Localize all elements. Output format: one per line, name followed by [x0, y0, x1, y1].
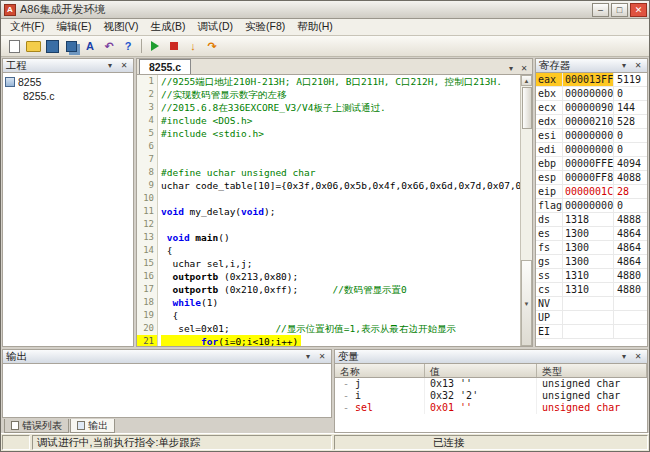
register-row[interactable]: eip0000001C28 — [536, 185, 647, 199]
line-number[interactable]: 17 — [137, 283, 157, 296]
line-number[interactable]: 3 — [137, 101, 157, 114]
pin-icon[interactable]: ▾ — [302, 351, 314, 362]
menu-item[interactable]: 编辑(E) — [50, 18, 97, 36]
code-line[interactable] — [161, 140, 520, 153]
editor-code[interactable]: //9255端口地址210H-213H; A口210H, B口211H, C口2… — [158, 75, 520, 346]
line-number[interactable]: 11 — [137, 205, 157, 218]
column-value[interactable]: 值 — [425, 364, 537, 377]
column-name[interactable]: 名称 — [335, 364, 425, 377]
code-line[interactable]: void my_delay(void); — [161, 205, 520, 218]
new-file-icon[interactable] — [5, 38, 23, 55]
code-line[interactable]: for(i=0;i<10;i++) — [161, 335, 301, 346]
minimize-button[interactable]: – — [592, 3, 609, 17]
stop-icon[interactable] — [165, 38, 183, 55]
code-line[interactable]: #include <stdio.h> — [161, 127, 520, 140]
save-icon[interactable] — [43, 38, 61, 55]
line-number[interactable]: 5 — [137, 127, 157, 140]
scroll-up-icon[interactable]: ▲ — [521, 75, 532, 86]
register-row[interactable]: ds13184888 — [536, 213, 647, 227]
code-line[interactable]: sel=0x01; //显示位置初值=1,表示从最右边开始显示 — [161, 322, 520, 335]
line-number[interactable]: 4 — [137, 114, 157, 127]
close-button[interactable]: ✕ — [630, 3, 647, 17]
line-number[interactable]: 19 — [137, 309, 157, 322]
code-line[interactable] — [161, 218, 520, 231]
line-number[interactable]: 21 — [137, 335, 157, 346]
menu-item[interactable]: 生成(B) — [144, 18, 191, 36]
code-line[interactable]: #define uchar unsigned char — [161, 166, 520, 179]
code-line[interactable]: uchar code_table[10]={0x3f,0x06,0x5b,0x4… — [161, 179, 520, 192]
code-line[interactable] — [161, 153, 520, 166]
open-file-icon[interactable] — [24, 38, 42, 55]
scroll-down-icon[interactable]: ▼ — [521, 260, 532, 346]
line-number[interactable]: 14 — [137, 244, 157, 257]
column-type[interactable]: 类型 — [537, 364, 647, 377]
pin-icon[interactable]: ▾ — [618, 351, 630, 362]
close-icon[interactable]: ✕ — [632, 351, 644, 362]
line-number[interactable]: 9 — [137, 179, 157, 192]
editor-gutter[interactable]: 123456789101112131415161718192021 — [137, 75, 158, 346]
register-row[interactable]: flag000000000 — [536, 199, 647, 213]
code-line[interactable]: //2015.6.8在336EXCORE_V3/V4板子上测试通过. — [161, 101, 520, 114]
register-row[interactable]: gs13004864 — [536, 255, 647, 269]
line-number[interactable]: 1 — [137, 75, 157, 88]
menu-item[interactable]: 实验(F8) — [239, 18, 291, 36]
variable-row[interactable]: i0x32 '2'unsigned char — [335, 390, 647, 402]
register-row[interactable]: ebp00000FFE4094 — [536, 157, 647, 171]
register-row[interactable]: NV — [536, 297, 647, 311]
register-row[interactable]: edx00000210528 — [536, 115, 647, 129]
project-tree-root[interactable]: 8255 — [5, 76, 131, 88]
register-row[interactable]: eax000013FF5119 — [536, 73, 647, 87]
menu-item[interactable]: 文件(F) — [4, 18, 50, 36]
code-line[interactable]: { — [161, 244, 520, 257]
code-line[interactable]: while(1) — [161, 296, 520, 309]
tab-list-icon[interactable]: ▾ — [505, 63, 517, 74]
menu-item[interactable]: 视图(V) — [97, 18, 144, 36]
pin-icon[interactable]: ▾ — [104, 60, 116, 71]
register-row[interactable]: UP — [536, 311, 647, 325]
save-all-icon[interactable] — [62, 38, 80, 55]
register-row[interactable]: ss13104880 — [536, 269, 647, 283]
menu-item[interactable]: 调试(D) — [191, 18, 239, 36]
code-line[interactable]: outportb (0x213,0x80); — [161, 270, 520, 283]
undo-icon[interactable]: ↶ — [100, 38, 118, 55]
code-line[interactable]: #include <DOS.h> — [161, 114, 520, 127]
register-row[interactable]: esi000000000 — [536, 129, 647, 143]
register-row[interactable]: ebx000000000 — [536, 87, 647, 101]
code-line[interactable]: //实现数码管显示数字的左移 — [161, 88, 520, 101]
close-icon[interactable]: ✕ — [632, 60, 644, 71]
line-number[interactable]: 16 — [137, 270, 157, 283]
line-number[interactable]: 7 — [137, 153, 157, 166]
line-number[interactable]: 6 — [137, 140, 157, 153]
step-into-icon[interactable]: ↓ — [184, 38, 202, 55]
register-row[interactable]: esp00000FF84088 — [536, 171, 647, 185]
variable-row[interactable]: j0x13 ''unsigned char — [335, 378, 647, 390]
register-row[interactable]: es13004864 — [536, 227, 647, 241]
scroll-thumb[interactable] — [522, 87, 532, 129]
register-row[interactable]: fs13004864 — [536, 241, 647, 255]
line-number[interactable]: 15 — [137, 257, 157, 270]
code-line[interactable]: void main() — [161, 231, 520, 244]
close-icon[interactable]: ✕ — [118, 60, 130, 71]
maximize-button[interactable]: □ — [611, 3, 628, 17]
bottom-tab-error-list[interactable]: 错误列表 — [4, 419, 69, 433]
close-icon[interactable]: ✕ — [316, 351, 328, 362]
code-line[interactable]: uchar sel,i,j; — [161, 257, 520, 270]
code-line[interactable]: outportb (0x210,0xff); //数码管显示置0 — [161, 283, 520, 296]
step-over-icon[interactable]: ↷ — [203, 38, 221, 55]
bottom-tab-output[interactable]: 输出 — [70, 419, 115, 433]
line-number[interactable]: 8 — [137, 166, 157, 179]
register-row[interactable]: cs13104880 — [536, 283, 647, 297]
menu-item[interactable]: 帮助(H) — [291, 18, 339, 36]
line-number[interactable]: 10 — [137, 192, 157, 205]
line-number[interactable]: 12 — [137, 218, 157, 231]
variable-row[interactable]: sel0x01 ''unsigned char — [335, 402, 647, 414]
output-body[interactable] — [2, 364, 332, 418]
help-icon[interactable]: ? — [119, 38, 137, 55]
line-number[interactable]: 2 — [137, 88, 157, 101]
code-line[interactable]: //9255端口地址210H-213H; A口210H, B口211H, C口2… — [161, 75, 520, 88]
close-icon[interactable]: ✕ — [518, 63, 530, 74]
register-row[interactable]: EI — [536, 325, 647, 339]
title-bar[interactable]: A A86集成开发环境 – □ ✕ — [1, 1, 649, 19]
editor-tab[interactable]: 8255.c — [139, 59, 191, 74]
code-line[interactable] — [161, 192, 520, 205]
